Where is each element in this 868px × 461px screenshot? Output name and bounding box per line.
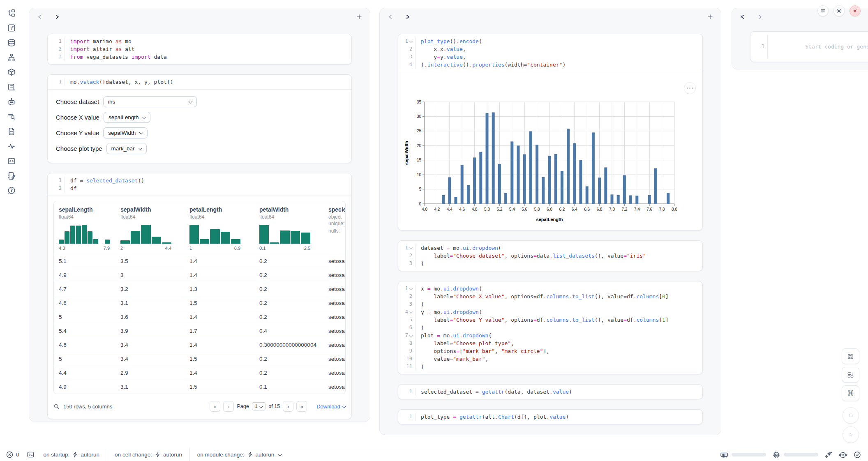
column-right-button[interactable] <box>757 14 763 20</box>
column-right-button[interactable] <box>54 14 60 20</box>
code-editor[interactable]: 1import marimo as mo2import altair as al… <box>48 34 351 64</box>
code-editor[interactable]: 1dataset = mo.ui.dropdown(2 label="Choos… <box>398 241 702 271</box>
command-palette-button[interactable]: ⌘ <box>842 385 859 401</box>
vega-bar-chart[interactable]: 051015202530354.04.24.44.64.85.05.25.45.… <box>403 96 702 224</box>
variables-icon[interactable]: f <box>7 23 16 32</box>
table-cell: 3.9 <box>120 328 189 334</box>
table-cell: 3.6 <box>120 314 189 320</box>
fold-chevron-icon[interactable] <box>409 39 413 42</box>
assistant-button[interactable] <box>839 451 847 459</box>
table-row[interactable]: 4.42.91.40.2setosa <box>54 366 345 380</box>
dropdown-select-3[interactable]: mark_bar <box>106 143 147 154</box>
dropdown-select-2[interactable]: sepalWidth <box>103 127 148 138</box>
dependency-graph-icon[interactable] <box>7 53 16 62</box>
datasources-icon[interactable] <box>7 38 16 47</box>
column-header[interactable]: petalWidthfloat640.12.5 <box>259 206 328 254</box>
snippets-icon[interactable] <box>7 127 16 136</box>
dropdown-select-0[interactable]: iris <box>103 96 197 107</box>
column-left-button[interactable] <box>37 14 43 20</box>
fold-chevron-icon[interactable] <box>409 333 413 337</box>
table-row[interactable]: 5.13.51.40.2setosa <box>54 254 345 268</box>
terminal-button[interactable] <box>27 451 35 459</box>
column-header[interactable]: speciesobjectunique:nulls: <box>328 206 346 254</box>
add-cell-button[interactable] <box>356 14 362 20</box>
close-button[interactable] <box>850 5 861 16</box>
next-page-button[interactable]: › <box>283 401 293 412</box>
dropdown-select-1[interactable]: sepalLength <box>104 112 151 123</box>
runtime-config-item[interactable]: on cell change:autorun <box>115 452 182 458</box>
search-icon[interactable] <box>53 403 60 410</box>
error-count-badge[interactable]: 0 <box>6 451 19 459</box>
bar <box>623 175 626 204</box>
menu-button[interactable] <box>817 5 829 16</box>
table-row[interactable]: 4.63.41.40.30000000000000004setosa <box>54 338 345 352</box>
history-check-button[interactable] <box>853 451 861 459</box>
table-cell: setosa <box>328 272 346 278</box>
download-button[interactable]: Download <box>316 403 346 410</box>
line-number: 2 <box>59 184 62 192</box>
column-header[interactable]: sepalLengthfloat644.37.9 <box>59 206 120 254</box>
column-header[interactable]: petalLengthfloat6416.9 <box>189 206 259 254</box>
runtime-config-item[interactable]: on module change:autorun <box>197 452 282 458</box>
code-editor[interactable]: 1plot_type = getattr(alt.Chart(df), plot… <box>398 410 702 424</box>
packages-icon[interactable] <box>7 68 16 77</box>
svg-text:20: 20 <box>417 143 422 148</box>
layout-button[interactable] <box>842 367 859 383</box>
logs-icon[interactable] <box>7 112 16 121</box>
code-editor[interactable]: 1 Start coding or generate with <box>750 32 868 62</box>
help-icon[interactable]: ? <box>7 186 16 195</box>
fold-chevron-icon[interactable] <box>409 310 413 313</box>
svg-text:7.8: 7.8 <box>659 207 665 212</box>
table-row[interactable]: 4.73.21.30.2setosa <box>54 282 345 296</box>
bar <box>586 186 589 204</box>
stop-button[interactable] <box>843 407 859 424</box>
generate-with-ai-link[interactable]: generate <box>857 44 868 50</box>
svg-text:sepalLength: sepalLength <box>536 217 563 222</box>
hist-bar <box>210 229 219 244</box>
cpu-usage[interactable] <box>772 451 818 459</box>
svg-text:5: 5 <box>419 187 421 191</box>
table-row[interactable]: 4.931.40.2setosa <box>54 268 345 282</box>
files-icon[interactable] <box>7 9 16 18</box>
code-editor[interactable]: 1x = mo.ui.dropdown(2 label="Choose X va… <box>398 281 702 374</box>
svg-text:5.2: 5.2 <box>496 207 502 212</box>
page-select[interactable]: 1 <box>252 402 266 410</box>
column-left-button[interactable] <box>387 14 394 20</box>
table-cell: 0.2 <box>259 272 328 278</box>
table-row[interactable]: 53.41.50.2setosa <box>54 352 345 366</box>
first-page-button[interactable]: « <box>210 401 220 412</box>
save-button[interactable] <box>842 348 859 364</box>
fold-chevron-icon[interactable] <box>409 286 413 290</box>
table-row[interactable]: 5.43.91.70.4setosa <box>54 324 345 338</box>
fold-chevron-icon[interactable] <box>409 246 413 249</box>
scratchpad-icon[interactable] <box>7 171 16 180</box>
column-left-button[interactable] <box>739 14 746 20</box>
prev-page-button[interactable]: ‹ <box>223 401 234 412</box>
documentation-icon[interactable] <box>7 83 16 92</box>
outline-icon[interactable] <box>7 157 16 166</box>
column-header[interactable]: sepalWidthfloat6424.4 <box>120 206 189 254</box>
add-cell-button[interactable] <box>707 14 713 20</box>
svg-text:6.2: 6.2 <box>559 207 565 212</box>
table-row[interactable]: 53.61.40.2setosa <box>54 310 345 324</box>
table-row[interactable]: 4.93.11.50.1setosa <box>54 380 345 394</box>
code-editor[interactable]: 1plot_type().encode(2 x=x.value,3 y=y.va… <box>398 34 702 72</box>
column-histogram <box>259 225 310 244</box>
tracing-icon[interactable] <box>7 142 16 151</box>
code-editor[interactable]: 1mo.vstack([dataset, x, y, plot]) <box>48 75 351 89</box>
code-editor[interactable]: 1df = selected_dataset()2df <box>48 173 351 196</box>
runtime-config-item[interactable]: on startup:autorun <box>44 452 100 458</box>
line-number: 1 <box>59 177 62 184</box>
last-page-button[interactable]: » <box>296 401 307 412</box>
table-row[interactable]: 4.63.11.50.2setosa <box>54 296 345 310</box>
column-right-button[interactable] <box>404 14 411 20</box>
run-button[interactable] <box>843 426 859 443</box>
chat-icon[interactable] <box>7 97 16 106</box>
chart-actions-button[interactable] <box>684 82 696 94</box>
code-editor[interactable]: 1selected_dataset = getattr(data, datase… <box>398 385 702 399</box>
memory-usage[interactable] <box>720 451 766 459</box>
settings-gear-button[interactable] <box>833 5 845 16</box>
bar <box>598 177 601 204</box>
ai-sparkles-button[interactable] <box>824 451 833 459</box>
line-number: 1 <box>59 78 62 86</box>
